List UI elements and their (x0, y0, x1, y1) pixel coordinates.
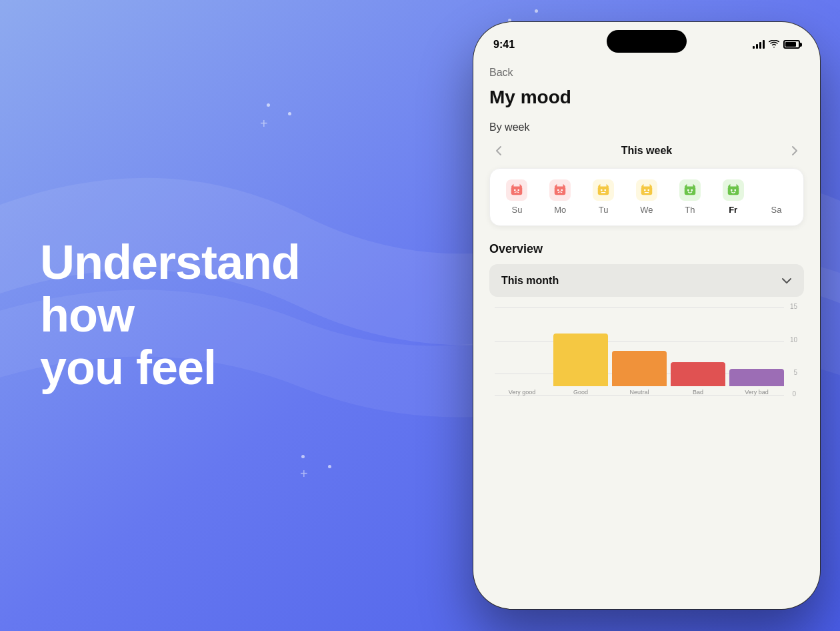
bar-fill-good (553, 334, 608, 386)
day-label-mo: Mo (554, 205, 566, 215)
headline: Understand how you feel (40, 236, 300, 395)
svg-point-26 (687, 189, 689, 191)
chart-grid: 15 10 5 0 (495, 307, 799, 408)
bar-label-very-good: Very good (509, 389, 536, 396)
svg-point-4 (514, 189, 516, 191)
svg-point-27 (691, 189, 693, 191)
bar-fill-bad (671, 362, 725, 386)
overview-title: Overview (489, 242, 804, 256)
mood-icon-sa (765, 179, 787, 201)
bar-fill-neutral (612, 351, 667, 386)
prev-week-button[interactable] (489, 141, 508, 160)
by-week-label: By week (489, 121, 804, 133)
day-item-sa[interactable]: Sa (761, 179, 791, 215)
svg-point-32 (734, 189, 736, 191)
day-item-tu[interactable]: Tu (589, 179, 618, 215)
day-item-th[interactable]: Th (675, 179, 705, 215)
day-label-su: Su (511, 205, 522, 215)
dropdown-label: This month (501, 275, 559, 287)
day-item-mo[interactable]: Mo (545, 179, 575, 215)
mood-icon-fr (723, 179, 744, 201)
bar-bad: Bad (671, 307, 725, 396)
headline-line1: Understand (40, 236, 300, 289)
bar-very-bad: Very bad (729, 307, 784, 396)
svg-point-31 (731, 189, 733, 191)
bar-label-good: Good (573, 389, 588, 396)
deco-dot-6 (535, 9, 538, 13)
dynamic-island (607, 30, 687, 53)
bar-fill-very-bad (729, 369, 784, 386)
day-label-tu: Tu (599, 205, 609, 215)
signal-bar-3 (759, 42, 761, 49)
mood-icon-we (636, 179, 657, 201)
mood-chart: 15 10 5 0 (489, 307, 804, 408)
day-label-sa: Sa (771, 205, 782, 215)
phone-device: 9:41 (473, 22, 820, 609)
mood-icon-tu (593, 179, 614, 201)
svg-point-10 (561, 189, 563, 191)
phone-shell: 9:41 (473, 22, 820, 609)
signal-bar-4 (763, 40, 765, 49)
signal-bar-2 (756, 44, 758, 49)
current-week-label: This week (621, 145, 672, 157)
status-icons (753, 39, 800, 50)
headline-line2: how (40, 289, 300, 342)
day-item-we[interactable]: We (632, 179, 661, 215)
page-title: My mood (489, 87, 804, 108)
day-label-th: Th (685, 205, 695, 215)
svg-point-15 (604, 189, 606, 191)
battery-fill (785, 42, 796, 47)
svg-point-5 (518, 189, 520, 191)
svg-rect-28 (727, 187, 739, 195)
deco-plus-1: + (260, 117, 268, 130)
svg-point-21 (647, 189, 649, 191)
day-label-fr: Fr (729, 205, 737, 215)
signal-icon (753, 40, 765, 49)
status-time: 9:41 (493, 39, 515, 51)
day-item-fr[interactable]: Fr (719, 179, 748, 215)
week-days-card: Su (489, 168, 804, 226)
bar-label-bad: Bad (693, 389, 703, 396)
back-button[interactable]: Back (489, 67, 804, 79)
week-navigation: This week (489, 141, 804, 160)
bar-label-neutral: Neutral (629, 389, 649, 396)
month-dropdown[interactable]: This month (489, 264, 804, 297)
mood-icon-su (506, 179, 527, 201)
app-content: Back My mood By week This week (473, 59, 820, 421)
headline-line3: you feel (40, 342, 300, 395)
svg-point-20 (644, 189, 646, 191)
svg-point-14 (601, 189, 603, 191)
bar-neutral: Neutral (612, 307, 667, 396)
mood-icon-mo (549, 179, 571, 201)
svg-rect-17 (641, 187, 653, 195)
svg-rect-11 (598, 187, 609, 195)
bar-label-very-bad: Very bad (745, 389, 769, 396)
battery-icon (783, 40, 800, 49)
wifi-icon (769, 39, 779, 50)
bar-good: Good (553, 307, 608, 396)
deco-dot-3 (328, 465, 331, 468)
day-item-su[interactable]: Su (502, 179, 531, 215)
chevron-down-icon (781, 273, 792, 287)
svg-point-9 (557, 189, 559, 191)
left-section: Understand how you feel (40, 236, 300, 395)
bar-very-good: Very good (495, 386, 549, 396)
day-label-we: We (640, 205, 653, 215)
signal-bar-1 (753, 46, 755, 49)
svg-rect-23 (685, 187, 696, 195)
svg-rect-1 (511, 187, 523, 195)
next-week-button[interactable] (785, 141, 804, 160)
deco-plus-2: + (300, 467, 308, 480)
deco-dot-4 (301, 455, 305, 458)
deco-dot-2 (267, 103, 270, 107)
deco-dot-1 (288, 112, 291, 115)
svg-rect-6 (555, 187, 566, 195)
mood-icon-th (679, 179, 701, 201)
screen-content: Back My mood By week This week (473, 59, 820, 609)
